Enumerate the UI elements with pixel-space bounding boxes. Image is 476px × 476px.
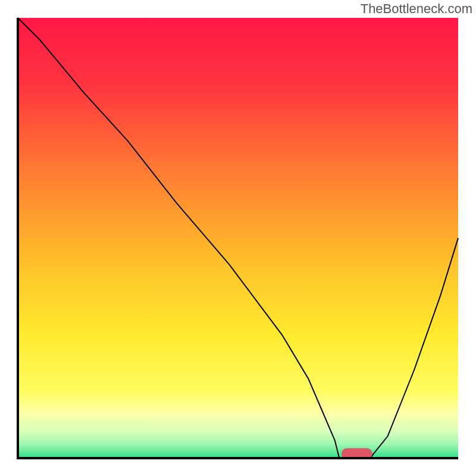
- plot-background: [18, 18, 458, 458]
- watermark-text: TheBottleneck.com: [361, 1, 472, 17]
- bottleneck-chart: TheBottleneck.com: [0, 0, 476, 476]
- chart-canvas: [0, 0, 476, 476]
